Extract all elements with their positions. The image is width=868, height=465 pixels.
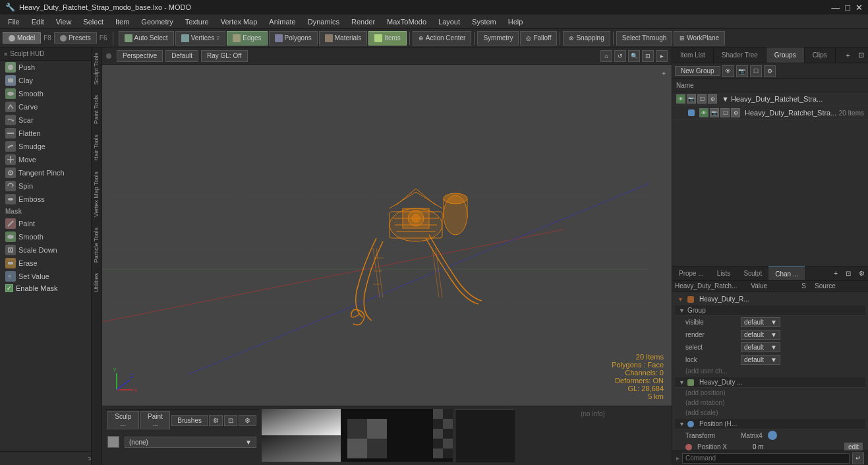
select-through-btn[interactable]: Select Through — [616, 31, 673, 46]
maximize-btn[interactable]: □ — [845, 3, 850, 13]
select-dropdown[interactable]: default ▼ — [741, 342, 780, 352]
add-rot-row[interactable]: (add rotation) — [675, 398, 865, 408]
add-user-ch-row[interactable]: (add user ch... — [675, 366, 865, 376]
tool-mask-paint[interactable]: Paint — [0, 217, 91, 230]
add-scale-row[interactable]: (add scale) — [675, 408, 865, 418]
menu-animate[interactable]: Animate — [264, 16, 301, 27]
props-max-btn[interactable]: ⊡ — [842, 268, 854, 278]
tab-item-list[interactable]: Item List — [672, 47, 714, 63]
vtab-particle-tools[interactable]: Particle Tools — [92, 222, 101, 268]
tool-erase[interactable]: Erase — [0, 257, 91, 270]
workplane-btn[interactable]: ⊞ WorkPlane — [674, 31, 725, 46]
perspective-btn[interactable]: Perspective — [117, 50, 163, 62]
tool-tangent-pinch[interactable]: Tangent Pinch — [0, 166, 91, 179]
edges-btn[interactable]: Edges — [227, 31, 267, 46]
tab-shader-tree[interactable]: Shader Tree — [714, 47, 767, 63]
menu-geometry[interactable]: Geometry — [136, 16, 178, 27]
vp-menu-btn[interactable]: ▸ — [656, 50, 668, 62]
enable-mask-checkbox[interactable]: ✓ — [5, 284, 13, 292]
add-pos-row[interactable]: (add position) — [675, 388, 865, 398]
new-group-btn[interactable]: New Group — [675, 66, 720, 76]
root-cam-icon[interactable]: 📷 — [687, 94, 696, 104]
vertices-btn[interactable]: Vertices 2 — [175, 31, 226, 46]
menu-system[interactable]: System — [467, 16, 502, 27]
vtab-utilities[interactable]: Utilities — [92, 268, 101, 297]
tool-smooth[interactable]: Smooth — [0, 87, 91, 100]
props-settings-btn[interactable]: ⚙ — [855, 268, 868, 278]
sculpt-tab-btn[interactable]: Sculp ... — [107, 411, 139, 429]
hd-expand[interactable]: ▼ — [679, 379, 685, 386]
menu-dynamics[interactable]: Dynamics — [303, 16, 345, 27]
menu-edit[interactable]: Edit — [26, 16, 49, 27]
shading-btn[interactable]: Default — [165, 50, 198, 62]
vp-sync-btn[interactable]: ↺ — [614, 50, 626, 62]
menu-vertexmap[interactable]: Vertex Map — [216, 16, 263, 27]
presets-btn[interactable]: Presets — [54, 32, 97, 44]
brushes-gear-btn[interactable]: ⚙ — [209, 415, 223, 426]
vp-max-btn[interactable]: ⊡ — [642, 50, 654, 62]
eye-btn[interactable]: 👁 — [722, 65, 734, 77]
items-btn[interactable]: Items — [368, 31, 406, 46]
group-expand[interactable]: ▼ — [679, 307, 685, 314]
vtab-paint-tools[interactable]: Paint Tools — [92, 90, 101, 129]
close-btn[interactable]: ✕ — [855, 3, 863, 13]
root-gear-icon[interactable]: ⚙ — [708, 94, 717, 104]
child-gear-icon[interactable]: ⚙ — [731, 108, 740, 117]
menu-file[interactable]: File — [3, 16, 25, 27]
menu-help[interactable]: Help — [503, 16, 529, 27]
action-center-btn[interactable]: ⊕ Action Center — [413, 31, 472, 46]
child-eye-icon[interactable]: 👁 — [699, 108, 709, 117]
gear-btn[interactable]: ⚙ — [764, 65, 776, 77]
vtab-vertex-map-tools[interactable]: Vertex Map Tools — [92, 166, 101, 222]
menu-view[interactable]: View — [51, 16, 77, 27]
expand-bottom-icon[interactable]: ▸ — [676, 454, 680, 462]
props-expand-btn[interactable]: + — [830, 268, 841, 278]
menu-texture[interactable]: Texture — [180, 16, 214, 27]
vp-reset-btn[interactable]: ⌂ — [600, 50, 612, 62]
child-box-icon[interactable]: ☐ — [720, 108, 730, 117]
props-tab-channels[interactable]: Chan ... — [768, 266, 805, 280]
props-tab-properties[interactable]: Prope ... — [672, 266, 710, 280]
tool-move[interactable]: Move — [0, 153, 91, 166]
tab-clips[interactable]: Clips — [805, 47, 836, 63]
raygl-btn[interactable]: Ray GL: Off — [201, 50, 248, 62]
box-btn[interactable]: ☐ — [750, 65, 762, 77]
command-input[interactable] — [682, 453, 850, 464]
root-eye-icon[interactable]: 👁 — [676, 94, 685, 104]
tool-scale-down[interactable]: Scale Down — [0, 243, 91, 257]
props-tab-lists[interactable]: Lists — [710, 266, 738, 280]
polygons-btn[interactable]: Polygons — [269, 31, 318, 46]
model-mode-btn[interactable]: Model — [3, 32, 41, 44]
command-submit-btn[interactable]: ↵ — [852, 452, 864, 464]
snapping-btn[interactable]: ⊗ Snapping — [563, 31, 610, 46]
menu-render[interactable]: Render — [346, 16, 380, 27]
tool-scar[interactable]: Scar — [0, 113, 91, 127]
paint-tab-btn[interactable]: Paint ... — [140, 411, 171, 429]
tool-clay[interactable]: Clay — [0, 74, 91, 87]
menu-select[interactable]: Select — [78, 16, 109, 27]
expand-right-btn[interactable]: ⊡ — [854, 49, 868, 61]
materials-btn[interactable]: Materials — [319, 31, 368, 46]
root-expand[interactable]: ▼ — [678, 296, 683, 303]
settings-btn[interactable]: ⚙ — [239, 415, 256, 426]
auto-select-btn[interactable]: Auto Select — [119, 31, 174, 46]
vtab-hair-tools[interactable]: Hair Tools — [92, 129, 101, 166]
expand-bottom-btn[interactable]: ⊡ — [224, 415, 237, 426]
pos-expand[interactable]: ▼ — [679, 421, 685, 427]
tool-push[interactable]: Push — [0, 61, 91, 74]
tab-groups[interactable]: Groups — [767, 47, 805, 63]
falloff-btn[interactable]: ◎ Falloff — [520, 31, 557, 46]
menu-item[interactable]: Item — [110, 16, 134, 27]
tool-smudge[interactable]: Smudge — [0, 140, 91, 153]
visible-dropdown[interactable]: default ▼ — [741, 317, 780, 327]
enable-mask-item[interactable]: ✓ Enable Mask — [0, 283, 91, 294]
vtab-sculpt-tools[interactable]: Sculpt Tools — [92, 47, 101, 90]
root-box-icon[interactable]: ☐ — [697, 94, 707, 104]
tool-flatten[interactable]: Flatten — [0, 127, 91, 140]
tool-set-value[interactable]: S Set Value — [0, 270, 91, 283]
tool-spin[interactable]: Spin — [0, 179, 91, 193]
vp-search-btn[interactable]: 🔍 — [628, 50, 640, 62]
brushes-tab-btn[interactable]: Brushes — [171, 415, 208, 426]
tool-carve[interactable]: Carve — [0, 100, 91, 113]
menu-maxtomodo[interactable]: MaxToModo — [382, 16, 432, 27]
